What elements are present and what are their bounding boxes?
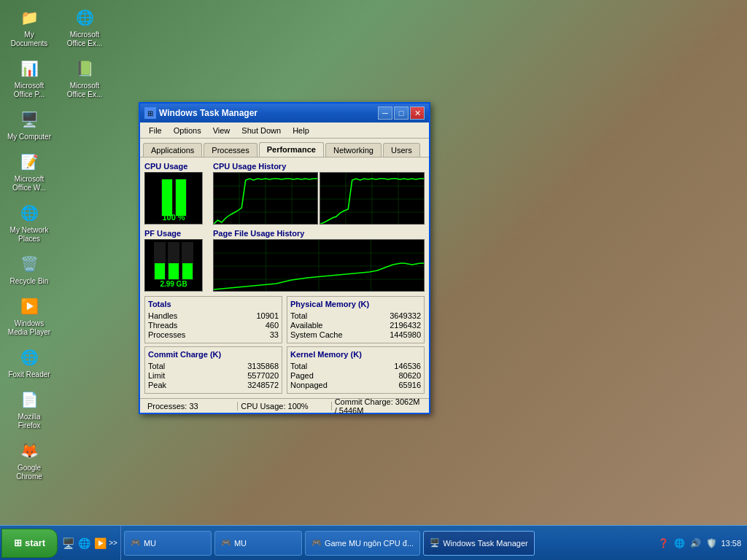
taskmanager-title-icon: ⊞ [144,107,156,119]
my-computer-label: My Computer [7,133,51,141]
desktop-icon-ms-office-p[interactable]: 📊 Microsoft Office P... [6,57,53,99]
pf-usage-label: PF Usage [144,229,209,238]
desktop-icon-foxit[interactable]: 📄 Mozilla Firefox [6,388,53,430]
firefox-label: Google Chrome [6,464,53,481]
tray-icon-volume[interactable]: 🔊 [689,537,702,550]
tab-users[interactable]: Users [383,143,420,157]
kernel-nonpaged-value: 65916 [398,381,421,389]
phys-available-value: 2196432 [390,321,421,330]
commit-limit-label: Limit [148,371,165,380]
kernel-paged-value: 80620 [398,371,421,380]
task-mu1-label: MU [144,539,156,548]
stats-section-2: Commit Charge (K) Total 3135868 Limit 55… [144,346,425,394]
threads-row: Threads 460 [148,321,279,330]
phys-cache-row: System Cache 1445980 [290,330,421,339]
ql-icon-2[interactable]: 🌐 [77,536,91,551]
ql-icon-3[interactable]: ▶️ [93,536,107,551]
cpu-history-graph-2 [320,172,425,225]
processes-value: 33 [270,330,279,339]
physical-memory-title: Physical Memory (K) [290,300,421,308]
kernel-total-row: Total 146536 [290,362,421,370]
foxit-icon: 📄 [18,388,41,411]
desktop-icon-internet-explorer[interactable]: 🌐 Foxit Reader [6,346,53,379]
commit-limit-row: Limit 5577020 [148,371,279,380]
desktop-icon-my-documents[interactable]: 📁 My Documents [6,6,53,48]
kernel-memory-title: Kernel Memory (K) [290,350,421,359]
taskbar-task-taskmanager[interactable]: 🖥️ Windows Task Manager [423,531,535,556]
taskbar-tasks: 🎮 MU 🎮 MU 🎮 Game MU ngôn CPU đ... 🖥️ Win… [121,526,651,560]
desktop-icon-my-network[interactable]: 🌐 My Network Places [6,201,53,244]
desktop: 📁 My Documents 📊 Microsoft Office P... 🖥… [0,0,747,525]
commit-total-label: Total [148,362,165,370]
my-documents-icon: 📁 [18,6,41,29]
start-button[interactable]: ⊞ start [1,529,58,558]
tab-applications[interactable]: Applications [143,143,202,157]
task-mu2-label: MU [234,539,247,548]
phys-cache-value: 1445980 [390,330,421,339]
menu-help[interactable]: Help [287,125,315,136]
maximize-button[interactable]: □ [394,106,409,120]
tray-icon-security[interactable]: 🛡️ [705,537,718,550]
menu-file[interactable]: File [143,125,168,136]
window-statusbar: Processes: 33 CPU Usage: 100% Commit Cha… [140,398,429,413]
processes-row: Processes 33 [148,330,279,339]
tray-icon-network[interactable]: 🌐 [673,537,686,550]
menu-view[interactable]: View [207,125,236,136]
menu-shutdown[interactable]: Shut Down [236,125,287,136]
task-taskmanager-icon: 🖥️ [430,538,440,548]
tab-networking[interactable]: Networking [325,143,382,157]
cpu-usage-graph: 100 % [144,172,203,225]
kernel-memory-panel: Kernel Memory (K) Total 146536 Paged 806… [287,346,425,394]
totals-panel: Totals Handles 10901 Threads 460 Process… [144,296,282,343]
graphs-top-row: CPU Usage 100 % [144,162,425,225]
desktop-icon-firefox[interactable]: 🦊 Google Chrome [6,439,53,481]
ql-icon-1[interactable]: 🖥️ [61,536,75,551]
physical-memory-panel: Physical Memory (K) Total 3649332 Availa… [287,296,425,343]
commit-total-value: 3135868 [247,362,279,370]
phys-total-value: 3649332 [390,311,421,320]
cpu-history-graphs [213,172,425,225]
pf-usage-value: 2.99 GB [160,280,187,288]
windows-media-icon: ▶️ [18,295,41,318]
desktop-icon-chrome[interactable]: 🌐 Microsoft Office Ex... [61,6,108,48]
window-title: Windows Task Manager [159,108,375,118]
ms-excel-icon: 📗 [73,57,96,80]
tab-performance[interactable]: Performance [259,142,324,157]
handles-label: Handles [148,311,177,320]
cpu-history-graph-1 [213,172,318,225]
threads-label: Threads [148,321,177,330]
desktop-icon-ms-office-w[interactable]: 📝 Microsoft Office W... [6,150,53,192]
minimize-button[interactable]: ─ [378,106,392,120]
handles-row: Handles 10901 [148,311,279,320]
desktop-icon-ms-excel[interactable]: 📗 Microsoft Office Ex... [61,57,108,99]
task-mu2-icon: 🎮 [221,538,231,548]
desktop-icon-recycle-bin[interactable]: 🗑️ Recycle Bin [6,252,53,286]
desktop-icon-my-computer[interactable]: 🖥️ My Computer [6,108,53,141]
task-taskmanager-label: Windows Task Manager [443,539,528,548]
chrome-icon: 🌐 [73,6,96,29]
commit-charge-panel: Commit Charge (K) Total 3135868 Limit 55… [144,346,282,394]
commit-peak-value: 3248572 [247,381,279,389]
windows-media-label: Windows Media Player [6,319,53,337]
ql-more[interactable]: >> [109,539,117,547]
window-content: CPU Usage 100 % [140,158,429,398]
ms-office-w-icon: 📝 [18,150,41,174]
kernel-nonpaged-label: Nonpaged [290,381,328,389]
commit-peak-row: Peak 3248572 [148,381,279,389]
ms-office-w-label: Microsoft Office W... [6,175,53,192]
recycle-bin-icon: 🗑️ [18,252,41,276]
my-computer-icon: 🖥️ [18,108,41,131]
tray-icon-help[interactable]: ❓ [657,537,670,550]
task-manager-window: ⊞ Windows Task Manager ─ □ ✕ File Option… [139,102,430,414]
desktop-icon-windows-media[interactable]: ▶️ Windows Media Player [6,295,53,337]
taskbar-task-mu2[interactable]: 🎮 MU [214,531,302,556]
window-titlebar: ⊞ Windows Task Manager ─ □ ✕ [140,104,429,122]
window-tabs: Applications Processes Performance Netwo… [140,139,429,158]
close-button[interactable]: ✕ [410,106,425,120]
taskbar-time: 13:58 [721,539,741,548]
taskbar-task-mu1[interactable]: 🎮 MU [124,531,212,556]
start-label: start [25,537,45,548]
taskbar-task-game[interactable]: 🎮 Game MU ngôn CPU đ... [305,531,420,556]
tab-processes[interactable]: Processes [204,143,257,157]
menu-options[interactable]: Options [168,125,207,136]
